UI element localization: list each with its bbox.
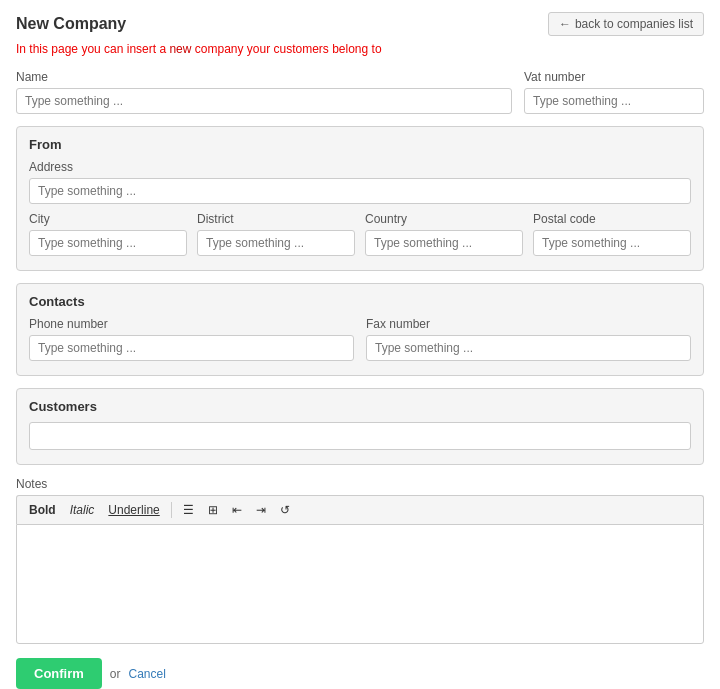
- customers-section-title: Customers: [29, 399, 691, 414]
- name-field-group: Name: [16, 70, 512, 114]
- cancel-button[interactable]: Cancel: [129, 667, 166, 681]
- country-field-group: Country: [365, 212, 523, 256]
- district-label: District: [197, 212, 355, 226]
- bold-button[interactable]: Bold: [23, 500, 62, 520]
- or-text: or: [110, 667, 121, 681]
- vat-field-group: Vat number: [524, 70, 704, 114]
- postal-code-input[interactable]: [533, 230, 691, 256]
- bottom-actions: Confirm or Cancel: [16, 658, 704, 689]
- fax-input[interactable]: [366, 335, 691, 361]
- customers-section: Customers: [16, 388, 704, 465]
- vat-input[interactable]: [524, 88, 704, 114]
- refresh-button[interactable]: ↺: [274, 500, 296, 520]
- confirm-button[interactable]: Confirm: [16, 658, 102, 689]
- fax-label: Fax number: [366, 317, 691, 331]
- from-section-title: From: [29, 137, 691, 152]
- indent-left-button[interactable]: ⇤: [226, 500, 248, 520]
- district-field-group: District: [197, 212, 355, 256]
- notes-toolbar: Bold Italic Underline ☰ ⊞ ⇤ ⇥ ↺: [16, 495, 704, 524]
- fax-field-group: Fax number: [366, 317, 691, 361]
- phone-label: Phone number: [29, 317, 354, 331]
- city-label: City: [29, 212, 187, 226]
- district-input[interactable]: [197, 230, 355, 256]
- address-field-group: Address: [29, 160, 691, 204]
- list-ul-button[interactable]: ☰: [177, 500, 200, 520]
- country-label: Country: [365, 212, 523, 226]
- address-input[interactable]: [29, 178, 691, 204]
- page-title: New Company: [16, 15, 126, 33]
- contacts-section-title: Contacts: [29, 294, 691, 309]
- vat-label: Vat number: [524, 70, 704, 84]
- phone-input[interactable]: [29, 335, 354, 361]
- address-row-fields: City District Country Postal code: [29, 212, 691, 256]
- page-description: In this page you can insert a new compan…: [16, 42, 704, 56]
- address-label: Address: [29, 160, 691, 174]
- back-to-companies-button[interactable]: ← back to companies list: [548, 12, 704, 36]
- indent-right-button[interactable]: ⇥: [250, 500, 272, 520]
- italic-button[interactable]: Italic: [64, 500, 101, 520]
- page-header: New Company ← back to companies list: [16, 12, 704, 36]
- notes-label: Notes: [16, 477, 704, 491]
- postal-code-label: Postal code: [533, 212, 691, 226]
- top-fields-row: Name Vat number: [16, 70, 704, 114]
- contacts-row: Phone number Fax number: [29, 317, 691, 361]
- toolbar-divider: [171, 502, 172, 518]
- city-input[interactable]: [29, 230, 187, 256]
- name-input[interactable]: [16, 88, 512, 114]
- underline-button[interactable]: Underline: [102, 500, 165, 520]
- notes-section: Notes Bold Italic Underline ☰ ⊞ ⇤ ⇥ ↺: [16, 477, 704, 644]
- list-grid-button[interactable]: ⊞: [202, 500, 224, 520]
- city-field-group: City: [29, 212, 187, 256]
- country-input[interactable]: [365, 230, 523, 256]
- from-section: From Address City District Country Posta…: [16, 126, 704, 271]
- postal-code-field-group: Postal code: [533, 212, 691, 256]
- name-label: Name: [16, 70, 512, 84]
- phone-field-group: Phone number: [29, 317, 354, 361]
- back-arrow-icon: ←: [559, 17, 571, 31]
- contacts-section: Contacts Phone number Fax number: [16, 283, 704, 376]
- notes-editor[interactable]: [16, 524, 704, 644]
- customers-input[interactable]: [29, 422, 691, 450]
